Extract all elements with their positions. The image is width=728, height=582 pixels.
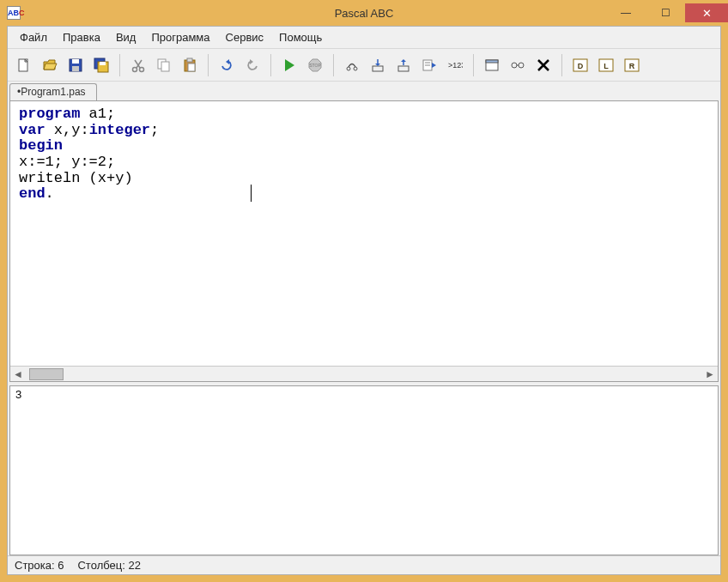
kw-end: end	[19, 185, 46, 202]
svg-rect-26	[373, 66, 383, 71]
stop-button[interactable]: STOP	[304, 54, 326, 76]
status-col-value: 22	[128, 559, 140, 572]
watch-button[interactable]	[507, 54, 529, 76]
view-l-button[interactable]: L	[595, 54, 617, 76]
tab-program1[interactable]: •Program1.pas	[9, 83, 97, 100]
svg-marker-19	[226, 59, 229, 64]
svg-rect-18	[188, 64, 195, 71]
close-button[interactable]: ✕	[685, 3, 728, 22]
toolbar-separator	[333, 54, 334, 76]
svg-marker-20	[250, 59, 253, 64]
delete-button[interactable]	[532, 54, 555, 76]
svg-marker-21	[285, 59, 294, 71]
toolbar: STOP >123 D L R	[8, 49, 720, 82]
code-text: a1;	[80, 106, 115, 122]
menu-view[interactable]: Вид	[109, 28, 143, 46]
redo-button[interactable]	[241, 54, 264, 76]
code-text: x,y:	[46, 122, 89, 138]
svg-text:L: L	[604, 62, 609, 70]
tabbar: •Program1.pas	[8, 82, 720, 100]
status-line: Строка: 6	[15, 559, 64, 572]
svg-point-40	[519, 63, 524, 68]
client-area: Файл Правка Вид Программа Сервис Помощь …	[7, 26, 721, 575]
open-file-button[interactable]	[39, 54, 61, 76]
menu-file[interactable]: Файл	[13, 28, 54, 46]
paste-button[interactable]	[179, 54, 201, 76]
svg-point-13	[140, 67, 144, 71]
menu-help[interactable]: Помощь	[272, 28, 329, 46]
output-text: 3	[10, 386, 718, 403]
text-cursor	[251, 185, 252, 202]
svg-marker-35	[432, 63, 436, 68]
scroll-thumb[interactable]	[29, 368, 64, 380]
step-into-button[interactable]	[367, 54, 389, 76]
titlebar: ABC Pascal ABC — ☐ ✕	[0, 0, 728, 26]
kw-program: program	[19, 106, 80, 122]
svg-text:STOP: STOP	[309, 63, 321, 68]
menu-edit[interactable]: Правка	[56, 28, 107, 46]
output-panel: 3	[9, 385, 719, 555]
copy-button[interactable]	[153, 54, 175, 76]
menubar: Файл Правка Вид Программа Сервис Помощь	[8, 27, 720, 49]
evaluate-button[interactable]: >123	[444, 54, 466, 76]
svg-text:>123: >123	[448, 61, 463, 70]
cut-button[interactable]	[127, 54, 149, 76]
svg-point-39	[512, 63, 517, 68]
toolbar-separator	[561, 54, 562, 76]
svg-rect-15	[161, 62, 169, 71]
view-r-button[interactable]: R	[621, 54, 643, 76]
save-button[interactable]	[64, 54, 87, 76]
scroll-right-icon[interactable]: ►	[702, 368, 718, 380]
horizontal-scrollbar[interactable]: ◄ ►	[10, 366, 718, 381]
svg-marker-31	[401, 59, 406, 62]
status-col-label: Столбец:	[77, 559, 124, 572]
svg-rect-38	[486, 60, 498, 63]
minimize-button[interactable]: —	[606, 3, 646, 22]
menu-program[interactable]: Программа	[144, 28, 216, 46]
toolbar-separator	[119, 54, 120, 76]
toolbar-separator	[270, 54, 271, 76]
svg-rect-6	[72, 66, 79, 71]
save-all-button[interactable]	[90, 54, 112, 76]
code-text: x:=1; y:=2;	[19, 154, 115, 170]
output-window-button[interactable]	[481, 54, 503, 76]
run-to-cursor-button[interactable]	[418, 54, 440, 76]
kw-var: var	[19, 122, 46, 138]
svg-marker-3	[44, 64, 57, 70]
undo-button[interactable]	[215, 54, 238, 76]
window-buttons: — ☐ ✕	[606, 3, 728, 22]
new-file-button[interactable]	[13, 54, 35, 76]
kw-begin: begin	[19, 137, 63, 154]
status-line-label: Строка:	[15, 559, 55, 572]
svg-rect-17	[187, 58, 192, 62]
run-button[interactable]	[278, 54, 300, 76]
step-out-button[interactable]	[392, 54, 415, 76]
toolbar-separator	[473, 54, 474, 76]
svg-text:D: D	[578, 62, 584, 70]
svg-point-12	[133, 67, 137, 71]
status-column: Столбец: 22	[77, 559, 140, 572]
menu-service[interactable]: Сервис	[219, 28, 271, 46]
step-over-button[interactable]	[341, 54, 363, 76]
view-d-button[interactable]: D	[569, 54, 592, 76]
statusbar: Строка: 6 Столбец: 22	[8, 555, 720, 574]
editor-panel: program a1; var x,y:integer; begin x:=1;…	[9, 100, 719, 382]
code-text: .	[46, 185, 54, 202]
svg-text:R: R	[629, 62, 635, 70]
toolbar-separator	[208, 54, 209, 76]
window: ABC Pascal ABC — ☐ ✕ Файл Правка Вид Про…	[0, 0, 728, 582]
code-text: ;	[150, 122, 159, 138]
svg-rect-29	[398, 66, 409, 71]
app-icon: ABC	[7, 6, 21, 20]
maximize-button[interactable]: ☐	[646, 3, 685, 22]
code-editor[interactable]: program a1; var x,y:integer; begin x:=1;…	[10, 101, 718, 366]
svg-point-24	[347, 67, 350, 70]
svg-rect-5	[72, 59, 79, 64]
type-integer: integer	[89, 122, 150, 138]
svg-point-25	[354, 67, 357, 70]
svg-rect-9	[100, 62, 106, 65]
code-text: writeln (x+y)	[19, 170, 133, 186]
scroll-left-icon[interactable]: ◄	[10, 368, 26, 380]
status-line-value: 6	[58, 559, 64, 572]
